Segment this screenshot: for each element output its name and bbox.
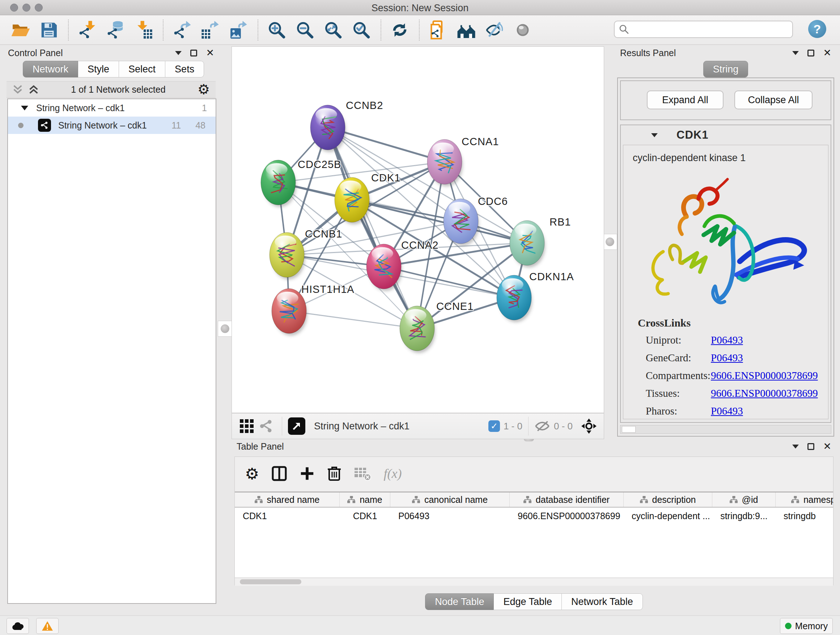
export-image-icon[interactable] [227, 19, 249, 41]
tab-sets[interactable]: Sets [165, 61, 204, 78]
crosslink-link[interactable]: P06493 [711, 405, 743, 417]
expand-all-button[interactable]: Expand All [647, 90, 723, 109]
network-edge[interactable] [384, 266, 514, 298]
panel-menu-icon[interactable] [175, 51, 182, 55]
network-node-CCNB2[interactable] [310, 105, 346, 152]
home-icon[interactable] [455, 19, 477, 41]
crosslink-link[interactable]: P06493 [711, 334, 743, 346]
left-splitter-grip[interactable] [218, 321, 232, 337]
panel-close-icon[interactable]: ✕ [823, 48, 831, 58]
export-table-icon[interactable] [199, 19, 221, 41]
network-node-RB1[interactable] [510, 220, 545, 268]
column-header-id[interactable]: @id [712, 492, 775, 507]
tab-node-table[interactable]: Node Table [425, 593, 494, 610]
zoom-fit-icon[interactable] [322, 19, 344, 41]
import-database-icon[interactable] [104, 19, 126, 41]
refresh-icon[interactable] [388, 19, 411, 41]
gear-icon[interactable]: ⚙ [197, 81, 210, 97]
zoom-out-icon[interactable] [294, 19, 316, 41]
cell-sharedname[interactable]: CDK1 [235, 511, 340, 521]
network-node-CDK1[interactable] [335, 177, 370, 225]
crosslink-row: GeneCard:P06493 [638, 352, 818, 364]
column-header-canonicalname[interactable]: canonical name [390, 492, 510, 507]
export-view-icon[interactable] [288, 417, 305, 435]
column-header-description[interactable]: description [624, 492, 712, 507]
memory-button[interactable]: Memory [780, 618, 833, 634]
save-session-icon[interactable] [38, 19, 60, 41]
collapse-all-button[interactable]: Collapse All [734, 90, 813, 109]
node-label-CCNA2: CCNA2 [401, 239, 439, 251]
panel-menu-icon[interactable] [792, 445, 799, 448]
column-header-sharedname[interactable]: shared name [235, 492, 340, 507]
birds-eye-view-icon[interactable] [237, 416, 256, 436]
network-node-CCNA1[interactable] [427, 139, 463, 187]
crosslink-link[interactable]: 9606.ENSP00000378699 [711, 370, 818, 382]
column-header-databaseidentifier[interactable]: database identifier [510, 492, 624, 507]
column-header-name[interactable]: name [340, 492, 390, 507]
cell-name[interactable]: CDK1 [340, 511, 390, 521]
export-network-icon[interactable] [171, 19, 193, 41]
table-gear-icon[interactable]: ⚙ [245, 464, 259, 483]
network-node-HIST1H1A[interactable] [272, 288, 307, 336]
zoom-in-icon[interactable] [265, 19, 288, 41]
cell-description[interactable]: cyclin-dependent ... [624, 511, 712, 521]
network-node-CDC25B[interactable] [261, 160, 296, 207]
selected-checkbox-icon[interactable]: ✓ [488, 420, 500, 432]
search-input[interactable] [629, 24, 781, 35]
network-canvas[interactable]: CCNB2CCNA1CDC25BCDK1CDC6RB1CCNB1CCNA2CDK… [232, 46, 604, 413]
network-node-CCNB1[interactable] [270, 233, 305, 279]
tab-network[interactable]: Network [23, 61, 78, 78]
panel-float-icon[interactable] [807, 443, 814, 450]
delete-column-icon[interactable] [327, 466, 341, 481]
cell-databaseidentifier[interactable]: 9606.ENSP00000378699 [510, 511, 624, 521]
gene-entry-header[interactable]: CDK1 [621, 125, 831, 145]
tab-edge-table[interactable]: Edge Table [494, 593, 562, 610]
show-columns-icon[interactable] [271, 466, 287, 481]
cell-canonicalname[interactable]: P06493 [390, 511, 510, 521]
results-scrollbar[interactable] [620, 425, 831, 434]
crosslink-link[interactable]: P06493 [711, 352, 743, 364]
import-network-icon[interactable] [76, 19, 98, 41]
import-table-icon[interactable] [133, 19, 155, 41]
zoom-selected-icon[interactable] [350, 19, 373, 41]
network-collection-row[interactable]: String Network – cdk1 1 [8, 99, 216, 117]
network-node-CCNA2[interactable] [366, 244, 402, 291]
tab-select[interactable]: Select [119, 61, 165, 78]
panel-menu-icon[interactable] [792, 51, 799, 55]
show-eye-icon[interactable] [512, 19, 534, 41]
crosslink-label: Pharos: [646, 405, 711, 417]
hide-eye-icon[interactable] [483, 19, 506, 41]
network-node-CDKN1A[interactable] [497, 275, 532, 322]
network-node-CCNE1[interactable] [400, 306, 435, 353]
open-file-icon[interactable] [9, 19, 32, 41]
cell-namespace[interactable]: stringdb [775, 511, 833, 521]
crosslinks-title: CrossLinks [638, 317, 818, 329]
cloud-icon[interactable] [6, 618, 29, 634]
expand-all-icon[interactable] [28, 84, 39, 95]
help-icon[interactable]: ? [808, 20, 826, 38]
network-row[interactable]: String Network – cdk1 11 48 [8, 117, 216, 134]
tree-expand-icon[interactable] [21, 106, 28, 111]
network-edge[interactable] [289, 311, 417, 328]
panel-close-icon[interactable]: ✕ [206, 48, 214, 58]
panel-float-icon[interactable] [807, 50, 814, 57]
tab-string[interactable]: String [703, 61, 748, 78]
collapse-all-icon[interactable] [12, 84, 23, 95]
panel-float-icon[interactable] [190, 50, 197, 57]
network-node-CDC6[interactable] [444, 199, 479, 246]
warning-icon[interactable] [36, 618, 58, 634]
entry-collapse-icon[interactable] [651, 133, 658, 137]
crosslink-link[interactable]: 9606.ENSP00000378699 [711, 387, 818, 399]
table-scrollbar[interactable] [235, 578, 833, 586]
cell-id[interactable]: stringdb:9... [712, 511, 775, 521]
search-box[interactable] [614, 21, 793, 38]
table-row[interactable]: CDK1CDK1P064939606.ENSP00000378699cyclin… [235, 508, 833, 524]
add-column-icon[interactable] [300, 466, 315, 481]
pan-crosshair-icon[interactable] [579, 416, 599, 436]
panel-close-icon[interactable]: ✕ [823, 442, 831, 451]
tab-network-table[interactable]: Network Table [562, 593, 643, 610]
column-header-namespace[interactable]: namespace [775, 492, 833, 507]
tab-style[interactable]: Style [78, 61, 119, 78]
clone-network-icon[interactable] [427, 19, 449, 41]
network-share-icon[interactable] [256, 416, 276, 436]
